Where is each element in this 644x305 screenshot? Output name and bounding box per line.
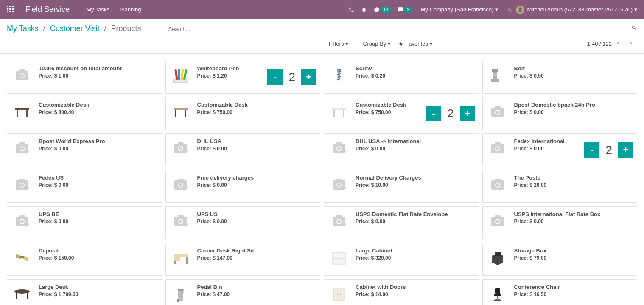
- avatar: 👤: [516, 6, 524, 14]
- product-card[interactable]: Large DeskPrice: $ 1,799.00: [7, 279, 162, 305]
- product-card[interactable]: DHL USA -> InternationalPrice: $ 0.00: [324, 133, 479, 166]
- product-info: Customizable DeskPrice: $ 750.00: [356, 99, 426, 115]
- menu-my-tasks[interactable]: My Tasks: [87, 6, 109, 13]
- product-card[interactable]: DHL USAPrice: $ 0.00: [165, 133, 321, 166]
- product-image: [484, 99, 511, 125]
- product-card[interactable]: Storage BoxPrice: $ 79.00: [482, 243, 638, 276]
- pager-next[interactable]: [624, 39, 637, 49]
- product-card[interactable]: Free delivery chargesPrice: $ 0.00: [165, 170, 321, 203]
- product-kanban: 10.0% discount on total amountPrice: $ 1…: [0, 54, 644, 305]
- qty-plus-button[interactable]: +: [301, 69, 316, 85]
- phone-icon[interactable]: [348, 7, 354, 13]
- wrench-icon[interactable]: [507, 7, 512, 13]
- breadcrumb-mid[interactable]: Customer Visit: [50, 24, 100, 33]
- product-card[interactable]: Conference ChairPrice: $ 16.50: [482, 279, 638, 305]
- pager-range: 1-40 / 122: [587, 41, 612, 47]
- product-price: Price: $ 320.00: [356, 255, 475, 261]
- product-price: Price: $ 14.00: [356, 291, 475, 297]
- favorites-button[interactable]: Favorites ▾: [398, 41, 432, 47]
- product-image: [484, 136, 511, 162]
- qty-plus-button[interactable]: +: [618, 142, 633, 158]
- qty-controls: -2+: [584, 142, 633, 158]
- product-title: UPS US: [197, 211, 317, 218]
- groupby-button[interactable]: Group By ▾: [356, 41, 391, 47]
- breadcrumb-leaf: Products: [111, 24, 141, 33]
- product-card[interactable]: Customizable DeskPrice: $ 800.40: [7, 97, 162, 130]
- product-title: UPS BE: [39, 211, 158, 218]
- product-info: Free delivery chargesPrice: $ 0.00: [197, 172, 317, 188]
- company-name: My Company (San Francisco): [420, 6, 493, 13]
- product-info: Storage BoxPrice: $ 79.00: [514, 245, 634, 261]
- product-image: [9, 99, 35, 125]
- favorites-label: Favorites: [405, 41, 428, 47]
- breadcrumb-root[interactable]: My Tasks: [7, 24, 39, 33]
- product-image: [168, 136, 194, 162]
- product-card[interactable]: Pedal BinPrice: $ 47.00: [165, 279, 321, 305]
- user-name: Mitchell Admin (572188-master-251715-all…: [527, 6, 633, 13]
- product-image: [9, 172, 35, 198]
- product-image: [326, 208, 352, 235]
- top-navbar: Field Service My Tasks Planning 13 3 My …: [0, 0, 644, 19]
- product-card[interactable]: Cabinet with DoorsPrice: $ 14.00: [324, 279, 479, 305]
- product-card[interactable]: Bpost Domestic bpack 24h ProPrice: $ 0.0…: [482, 97, 638, 130]
- product-image: [326, 136, 352, 162]
- product-info: USPS International Flat Rate BoxPrice: $…: [514, 208, 634, 225]
- product-info: DHL USAPrice: $ 0.00: [197, 136, 317, 152]
- pager-prev[interactable]: [612, 39, 624, 49]
- user-menu[interactable]: 👤 Mitchell Admin (572188-master-251715-a…: [516, 6, 637, 14]
- control-panel: My Tasks / Customer Visit / Products Fil…: [0, 19, 644, 54]
- search-input[interactable]: [167, 24, 637, 34]
- menu-planning[interactable]: Planning: [120, 6, 141, 13]
- messages-icon[interactable]: 3: [398, 7, 412, 13]
- product-card[interactable]: Whiteboard PenPrice: $ 1.20-2+: [165, 61, 321, 94]
- qty-controls: -2+: [426, 106, 475, 121]
- product-card[interactable]: Customizable DeskPrice: $ 750.00: [165, 97, 321, 130]
- qty-minus-button[interactable]: -: [426, 106, 441, 121]
- product-card[interactable]: Customizable DeskPrice: $ 750.00-2+: [324, 97, 479, 130]
- product-card[interactable]: USPS International Flat Rate BoxPrice: $…: [482, 206, 638, 239]
- product-price: Price: $ 0.00: [197, 219, 317, 225]
- product-info: Fedex USPrice: $ 0.00: [39, 172, 158, 188]
- product-image: [9, 208, 35, 235]
- product-card[interactable]: UPS BEPrice: $ 0.00: [7, 206, 162, 239]
- product-card[interactable]: Bpost World Express ProPrice: $ 0.00: [7, 133, 162, 166]
- product-title: Bpost Domestic bpack 24h Pro: [514, 102, 634, 108]
- product-info: Customizable DeskPrice: $ 750.00: [197, 99, 317, 115]
- product-card[interactable]: Large CabinetPrice: $ 320.00: [324, 243, 479, 276]
- product-image: [326, 245, 352, 271]
- search-icon[interactable]: [631, 25, 637, 32]
- product-card[interactable]: ScrewPrice: $ 0.20: [324, 61, 479, 94]
- product-card[interactable]: DepositPrice: $ 150.00: [7, 243, 162, 276]
- product-title: Cabinet with Doors: [356, 284, 475, 291]
- product-info: DepositPrice: $ 150.00: [39, 245, 158, 261]
- product-card[interactable]: BoltPrice: $ 0.50: [482, 61, 638, 94]
- product-card[interactable]: Normal Delivery ChargesPrice: $ 10.00: [324, 170, 479, 203]
- apps-icon[interactable]: [7, 6, 15, 14]
- product-card[interactable]: UPS USPrice: $ 0.00: [165, 206, 321, 239]
- product-title: Fedex US: [39, 175, 158, 181]
- product-title: Free delivery charges: [197, 175, 317, 181]
- product-image: [168, 281, 194, 305]
- product-info: UPS USPrice: $ 0.00: [197, 208, 317, 225]
- product-info: Large CabinetPrice: $ 320.00: [356, 245, 475, 261]
- product-title: Customizable Desk: [356, 102, 426, 108]
- product-image: [168, 245, 194, 271]
- product-card[interactable]: The PostePrice: $ 20.00: [482, 170, 638, 203]
- product-card[interactable]: 10.0% discount on total amountPrice: $ 1…: [7, 61, 162, 94]
- product-card[interactable]: Fedex USPrice: $ 0.00: [7, 170, 162, 203]
- product-card[interactable]: Corner Desk Right SitPrice: $ 147.00: [165, 243, 321, 276]
- qty-minus-button[interactable]: -: [267, 69, 283, 85]
- product-title: Large Cabinet: [356, 247, 475, 254]
- filters-button[interactable]: Filters ▾: [322, 41, 348, 47]
- product-card[interactable]: USPS Domestic Flat Rate EnvelopePrice: $…: [324, 206, 479, 239]
- product-info: Pedal BinPrice: $ 47.00: [197, 281, 317, 297]
- qty-minus-button[interactable]: -: [584, 142, 599, 158]
- product-card[interactable]: Fedex InternationalPrice: $ 0.00-2+: [482, 133, 638, 166]
- company-switcher[interactable]: My Company (San Francisco) ▾: [420, 6, 498, 13]
- breadcrumb: My Tasks / Customer Visit / Products: [7, 24, 141, 33]
- product-price: Price: $ 0.00: [197, 146, 317, 152]
- product-price: Price: $ 0.00: [39, 219, 158, 225]
- activity-icon[interactable]: 13: [374, 7, 391, 13]
- bug-icon[interactable]: [361, 7, 367, 13]
- qty-plus-button[interactable]: +: [460, 106, 475, 121]
